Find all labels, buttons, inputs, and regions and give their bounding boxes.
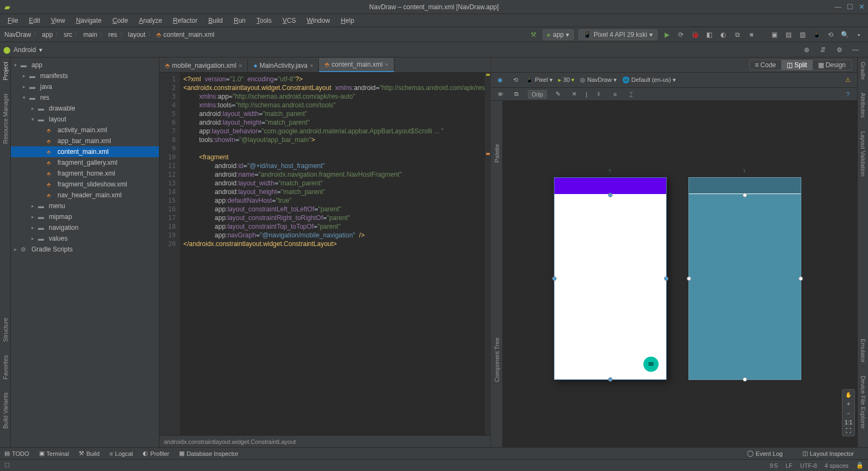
layout-inspector-icon[interactable]: ▥ — [797, 30, 807, 40]
breadcrumb-segment[interactable]: NavDraw — [4, 31, 31, 38]
clear-constraints-icon[interactable]: ✕ — [570, 89, 579, 99]
debug-button[interactable]: 🐞 — [690, 30, 700, 40]
sync-gradle-icon[interactable]: ⟲ — [826, 30, 835, 40]
tree-node[interactable]: ▸▬java — [11, 81, 159, 92]
device-selector[interactable]: 📱Pixel 4 API 29 kski▾ — [578, 29, 658, 40]
project-tree[interactable]: ▾▬app▸▬manifests▸▬java▾▬res▸▬drawable▾▬l… — [11, 57, 159, 447]
run-button[interactable]: ▶ — [662, 30, 672, 40]
zoom-value[interactable]: Odp — [528, 90, 547, 99]
editor-breadcrumb[interactable]: androidx.constraintlayout.widget.Constra… — [159, 435, 490, 447]
menu-window[interactable]: Window — [302, 16, 334, 25]
design-preview[interactable]: ✉ — [554, 177, 667, 380]
zoom-reset-button[interactable]: 1:1 — [845, 420, 852, 425]
menu-code[interactable]: Code — [108, 16, 132, 25]
favorites-tab[interactable]: Favorites — [2, 355, 9, 379]
readonly-lock-icon[interactable]: 🔒 — [856, 462, 864, 469]
menu-navigate[interactable]: Navigate — [72, 16, 106, 25]
blueprint-preview[interactable] — [688, 177, 801, 380]
editor-tab[interactable]: ⬘ content_main.xml × — [319, 58, 394, 72]
locale-picker[interactable]: 🌐 Default (en-us) ▾ — [622, 76, 676, 83]
zoom-in-button[interactable]: ＋ — [846, 400, 851, 408]
design-view-button[interactable]: ▦ Design — [813, 60, 851, 70]
menu-vcs[interactable]: VCS — [278, 16, 301, 25]
resource-manager-tab[interactable]: Resource Manager — [2, 93, 9, 144]
todo-tab[interactable]: ▤ TODO — [4, 450, 29, 457]
structure-tab[interactable]: Structure — [2, 318, 9, 342]
guideline-icon[interactable]: ⌶ — [627, 89, 636, 99]
tree-node[interactable]: ▸▬values — [11, 233, 159, 244]
close-tab-icon[interactable]: × — [385, 61, 388, 68]
profiler-icon[interactable]: ◐ — [718, 30, 728, 40]
tree-node[interactable]: ⬘fragment_slideshow.xml — [11, 179, 159, 190]
component-tree-tab[interactable]: Component Tree — [494, 338, 500, 382]
logcat-tab[interactable]: ≡ Logcat — [110, 450, 133, 457]
menu-refactor[interactable]: Refactor — [169, 16, 202, 25]
code-view-button[interactable]: ≡ Code — [750, 60, 782, 70]
notifications-icon[interactable]: ▪ — [854, 30, 864, 40]
attach-debugger-icon[interactable]: ⧉ — [732, 30, 742, 40]
tree-node[interactable]: ⬘nav_header_main.xml — [11, 190, 159, 201]
tree-node[interactable]: ⬘fragment_gallery.xml — [11, 157, 159, 168]
search-everywhere-icon[interactable]: 🔍 — [840, 30, 850, 40]
run-config-selector[interactable]: ▸app▾ — [542, 29, 574, 40]
api-picker[interactable]: ▸ 30 ▾ — [558, 76, 575, 83]
layout-inspector-tab[interactable]: ◫ Layout Inspector — [802, 450, 854, 457]
breadcrumb-segment[interactable]: layout — [128, 31, 145, 38]
orientation-icon[interactable]: ⟲ — [510, 75, 520, 85]
tree-node[interactable]: ⬘activity_main.xml — [11, 125, 159, 136]
menu-run[interactable]: Run — [229, 16, 250, 25]
tree-node[interactable]: ▾▬res — [11, 92, 159, 103]
close-tab-icon[interactable]: × — [239, 62, 242, 69]
terminal-tab[interactable]: ▣ Terminal — [39, 450, 69, 457]
tree-node[interactable]: ⬘app_bar_main.xml — [11, 136, 159, 146]
breadcrumb-segment[interactable]: app — [42, 31, 53, 38]
tree-node[interactable]: ▸▬drawable — [11, 103, 159, 114]
emulator-tab[interactable]: Emulator — [860, 339, 866, 363]
editor-tab[interactable]: ⬘ mobile_navigation.xml × — [159, 59, 248, 72]
collapse-all-icon[interactable]: ⇵ — [818, 45, 828, 55]
zoom-fit-button[interactable]: ⛶ — [846, 428, 851, 434]
menu-view[interactable]: View — [47, 16, 69, 25]
project-view-dropdown[interactable]: Android — [14, 46, 36, 54]
split-view-button[interactable]: ◫ Split — [781, 60, 812, 70]
theme-picker[interactable]: ◎ NavDraw ▾ — [580, 76, 616, 83]
eye-icon[interactable]: 👁 — [495, 89, 505, 99]
palette-tab[interactable]: Palette — [494, 144, 500, 163]
breadcrumb-segment[interactable]: src — [63, 31, 72, 38]
avd-manager-icon[interactable]: ▣ — [769, 30, 779, 40]
settings-gear-icon[interactable]: ⚙ — [834, 45, 844, 55]
editor-tab[interactable]: ● MainActivity.java × — [248, 59, 319, 72]
project-tool-tab[interactable]: Project — [2, 62, 9, 80]
file-encoding[interactable]: UTF-8 — [800, 462, 817, 469]
menu-analyze[interactable]: Analyze — [135, 16, 167, 25]
tree-node[interactable]: ▾▬layout — [11, 114, 159, 125]
help-icon[interactable]: ? — [843, 89, 853, 99]
design-canvas[interactable]: Palette Component Tree ⫯ ✉ — [491, 101, 857, 447]
sdk-manager-icon[interactable]: ▤ — [783, 30, 793, 40]
stop-button[interactable]: ■ — [746, 30, 756, 40]
magnet-icon[interactable]: ⧉ — [512, 89, 521, 99]
code-editor[interactable]: <?xml version="1.0" encoding="utf-8"?> <… — [180, 73, 485, 435]
coverage-icon[interactable]: ◧ — [704, 30, 714, 40]
device-manager-icon[interactable]: 📱 — [812, 30, 821, 40]
menu-help[interactable]: Help — [336, 16, 359, 25]
device-file-explorer-tab[interactable]: Device File Explorer — [860, 376, 866, 429]
gradle-tab[interactable]: Gradle — [860, 62, 866, 80]
breadcrumb-segment[interactable]: content_main.xml — [163, 31, 214, 38]
tree-node[interactable]: ▸▬manifests — [11, 70, 159, 81]
pan-button[interactable]: ✋ — [845, 392, 852, 398]
attributes-tab[interactable]: Attributes — [860, 93, 866, 118]
tree-node[interactable]: ⬘fragment_home.xml — [11, 168, 159, 179]
pack-icon[interactable]: ⫴ — [594, 89, 604, 99]
menu-build[interactable]: Build — [204, 16, 227, 25]
maximize-button[interactable]: ☐ — [847, 3, 853, 11]
breadcrumb-segment[interactable]: main — [83, 31, 97, 38]
device-picker[interactable]: 📱 Pixel ▾ — [526, 76, 553, 83]
project-view-chevron-icon[interactable]: ▾ — [39, 46, 42, 54]
wand-icon[interactable]: ✎ — [553, 89, 563, 99]
tree-node[interactable]: ▸▬mipmap — [11, 211, 159, 222]
indent-setting[interactable]: 4 spaces — [825, 462, 848, 469]
build-variants-tab[interactable]: Build Variants — [2, 392, 9, 429]
database-inspector-tab[interactable]: ▦ Database Inspector — [179, 450, 238, 457]
tree-node[interactable]: ▸⚙Gradle Scripts — [11, 244, 159, 255]
